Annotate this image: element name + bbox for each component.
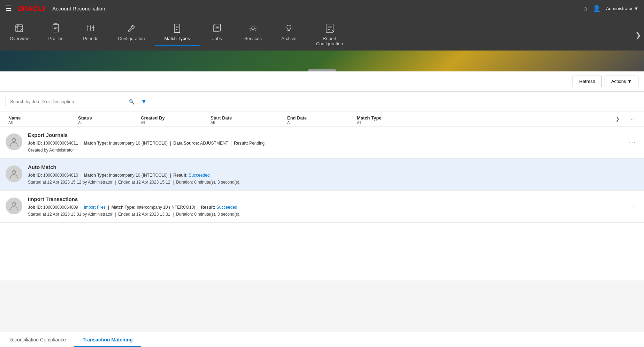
col-expand-icon[interactable]: ❯	[611, 112, 624, 126]
job-actions: ⋯	[620, 201, 638, 212]
avatar	[6, 133, 22, 150]
refresh-button[interactable]: Refresh	[573, 76, 602, 87]
nav-label-report-config: ReportConfiguration	[316, 36, 343, 46]
svg-point-14	[287, 25, 291, 29]
nav-label-configuration: Configuration	[118, 36, 145, 41]
filter-icon[interactable]: ▼	[141, 98, 147, 105]
table-row: Export Journals Job ID: 100000000064011 …	[0, 126, 644, 159]
job-info: Import Transactions Job ID: 100000000064…	[28, 196, 620, 217]
nav-label-jobs: Jobs	[212, 36, 222, 41]
nav-item-match-types[interactable]: Match Types	[155, 20, 200, 46]
nav-label-profiles: Profiles	[48, 36, 63, 41]
table-row: Auto Match Job ID: 100000000064010 | Mat…	[0, 159, 644, 191]
nav-label-archive: Archive	[281, 36, 296, 41]
table-row: Import Transactions Job ID: 100000000064…	[0, 191, 644, 223]
job-actions: ⋯	[620, 169, 638, 180]
col-header-start-date: Start Date All	[208, 112, 284, 126]
search-input[interactable]	[6, 96, 138, 107]
report-icon	[324, 23, 335, 34]
job-info: Auto Match Job ID: 100000000064010 | Mat…	[28, 164, 620, 185]
top-icons: ⌂ 👤 Administrator ▼	[583, 5, 638, 12]
gear-icon	[247, 23, 259, 34]
col-header-status: Status All	[75, 112, 138, 126]
job-actions: ⋯	[620, 137, 638, 148]
col-options-icon[interactable]: ⋯	[624, 112, 638, 126]
col-header-name: Name All	[6, 112, 75, 126]
person-icon	[9, 169, 19, 179]
svg-point-18	[12, 202, 16, 206]
svg-point-17	[12, 170, 16, 174]
svg-rect-1	[16, 25, 23, 32]
main-content: Refresh Actions ▼ 🔍 ▼ Name All Status Al…	[0, 71, 644, 280]
nav-item-jobs[interactable]: Jobs	[200, 20, 235, 45]
nav-item-configuration[interactable]: Configuration	[108, 20, 154, 45]
hamburger-menu[interactable]: ☰	[6, 4, 12, 13]
job-meta: Job ID: 100000000064010 | Match Type: In…	[28, 172, 620, 178]
oracle-logo: ORACLE	[17, 4, 45, 13]
nav-item-archive[interactable]: Archive	[271, 20, 306, 45]
nav-chevron-right[interactable]: ❯	[632, 31, 644, 39]
job-created: Created by Administrator	[28, 148, 620, 153]
col-header-created-by: Created By All	[138, 112, 208, 126]
avatar	[6, 198, 22, 214]
svg-rect-2	[53, 24, 59, 32]
svg-point-13	[252, 27, 254, 30]
lightbulb-icon	[283, 23, 294, 34]
nav-item-overview[interactable]: Overview	[0, 20, 38, 45]
nav-bar: Overview Profiles Periods Configuration	[0, 17, 644, 51]
search-row: 🔍 ▼	[0, 92, 644, 112]
job-meta: Job ID: 100000000064011 | Match Type: In…	[28, 140, 620, 146]
job-info: Export Journals Job ID: 100000000064011 …	[28, 132, 620, 153]
nav-label-match-types: Match Types	[164, 36, 190, 41]
svg-text:ORACLE: ORACLE	[17, 5, 45, 13]
job-list: Export Journals Job ID: 100000000064011 …	[0, 126, 644, 223]
document-icon	[171, 23, 183, 34]
job-meta: Job ID: 100000000064009 | Import Files |…	[28, 204, 620, 210]
nav-label-overview: Overview	[10, 36, 29, 41]
clipboard-icon	[50, 23, 61, 34]
nav-item-services[interactable]: Services	[235, 20, 271, 45]
wrench-icon	[126, 23, 137, 34]
user-label[interactable]: Administrator ▼	[606, 6, 638, 11]
nav-label-services: Services	[244, 36, 262, 41]
job-created: Started at 12 Apr 2023 13:31 by Administ…	[28, 212, 620, 217]
job-menu-button[interactable]: ⋯	[626, 137, 638, 148]
job-title: Import Transactions	[28, 196, 620, 202]
sliders-icon	[85, 23, 96, 34]
import-files-link[interactable]: Import Files	[84, 205, 106, 210]
job-created: Started at 12 Apr 2023 15:12 by Administ…	[28, 180, 620, 185]
pages-icon	[212, 23, 223, 34]
actions-button[interactable]: Actions ▼	[605, 76, 638, 87]
job-title: Auto Match	[28, 164, 620, 170]
person-icon	[9, 137, 19, 147]
job-menu-button[interactable]: ⋯	[626, 201, 638, 212]
app-title: Account Reconciliation	[52, 6, 105, 11]
col-header-match-type: Match Type All	[354, 112, 611, 126]
top-bar: ☰ ORACLE Account Reconciliation ⌂ 👤 Admi…	[0, 0, 644, 17]
svg-point-16	[12, 138, 16, 142]
home-icon[interactable]: ⌂	[583, 5, 587, 12]
user-icon[interactable]: 👤	[593, 5, 600, 12]
hero-strip	[0, 51, 644, 71]
nav-item-profiles[interactable]: Profiles	[38, 20, 73, 45]
search-input-wrap: 🔍	[6, 96, 138, 107]
col-header-end-date: End Date All	[284, 112, 354, 126]
nav-item-report-config[interactable]: ReportConfiguration	[306, 20, 353, 51]
toolbar: Refresh Actions ▼	[0, 71, 644, 92]
svg-rect-15	[326, 24, 333, 32]
person-icon	[9, 201, 19, 211]
nav-item-periods[interactable]: Periods	[73, 20, 108, 45]
cube-icon	[14, 23, 25, 34]
table-header: Name All Status All Created By All Start…	[0, 112, 644, 126]
job-title: Export Journals	[28, 132, 620, 138]
nav-label-periods: Periods	[83, 36, 98, 41]
svg-rect-9	[174, 24, 180, 32]
avatar	[6, 165, 22, 182]
search-icon: 🔍	[129, 99, 135, 105]
